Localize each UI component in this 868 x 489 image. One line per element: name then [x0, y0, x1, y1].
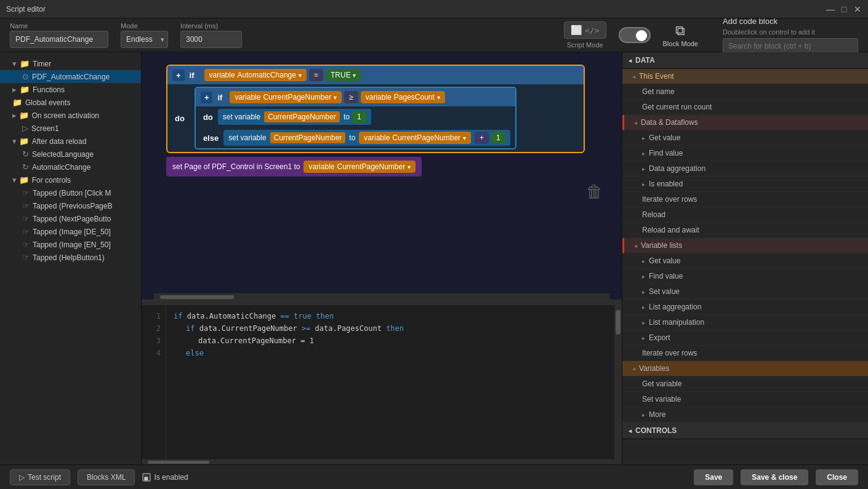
- save-close-button[interactable]: Save & close: [741, 469, 808, 485]
- mode-select[interactable]: Endless Once Loop: [121, 31, 168, 48]
- panel-item-reload-await[interactable]: Reload and await: [622, 223, 868, 238]
- dataflows-arrow: ◂: [634, 119, 637, 126]
- var-PagesCount[interactable]: variable PagesCount ▾: [361, 91, 445, 103]
- add-block-title: Add code block: [723, 17, 858, 26]
- eq-op[interactable]: =: [309, 69, 323, 81]
- code-space-2: data.CurrentPageNumber: [199, 324, 302, 333]
- bool-true[interactable]: TRUE ▾: [326, 69, 361, 81]
- panel-item-get-name[interactable]: Get name: [622, 84, 868, 100]
- functions-folder-icon: 📁: [20, 85, 30, 94]
- mode-toggle[interactable]: [619, 27, 651, 43]
- panel-item-list-manipulation[interactable]: ▸ List manipulation: [622, 315, 868, 330]
- is-enabled-checkbox-label[interactable]: ■ Is enabled: [142, 473, 188, 482]
- sidebar-item-for-controls[interactable]: ▾ 📁 For controls: [0, 173, 141, 186]
- iterate-rows-1-label: Iterate over rows: [642, 195, 697, 204]
- panel-item-get-variable[interactable]: Get variable: [622, 376, 868, 392]
- panel-item-data-dataflows[interactable]: ◂ Data & Dataflows: [622, 115, 868, 130]
- blocks-canvas: + if variable AutomaticChange ▾ = TRUE: [142, 52, 622, 300]
- sidebar-item-tapped-next[interactable]: ☞ Tapped (NextPageButto: [0, 212, 141, 225]
- panel-item-reload[interactable]: Reload: [622, 207, 868, 223]
- sidebar-item-tapped-de[interactable]: ☞ Tapped (Image [DE_50]: [0, 225, 141, 238]
- panel-item-is-enabled[interactable]: ▸ Is enabled: [622, 177, 868, 192]
- set-page-block[interactable]: set Page of PDF_Control in Screen1 to va…: [166, 157, 422, 177]
- section-header-data[interactable]: ◂ DATA: [622, 52, 868, 69]
- name-input[interactable]: [10, 31, 108, 48]
- test-script-button[interactable]: ▷ Test script: [10, 469, 70, 485]
- minimize-button[interactable]: —: [826, 5, 835, 14]
- sidebar-item-timer[interactable]: ▾ 📁 Timer: [0, 57, 141, 70]
- script-mode-button[interactable]: ⬜ </>: [564, 22, 606, 39]
- gte-op[interactable]: ≥: [344, 91, 358, 103]
- trash-icon[interactable]: 🗑: [586, 181, 603, 202]
- set-var-block-2[interactable]: set variable CurrentPageNumber to variab…: [223, 130, 510, 146]
- panel-item-find-value-2[interactable]: ▸ Find value: [622, 269, 868, 284]
- section-header-controls[interactable]: ◂ CONTROLS: [622, 423, 868, 439]
- num-1[interactable]: 1: [352, 111, 366, 123]
- sidebar-item-global-events[interactable]: 📁 Global events: [0, 96, 141, 109]
- num-2[interactable]: 1: [491, 132, 505, 144]
- set-page-label: set Page of PDF_Control in Screen1 to: [172, 162, 300, 171]
- folder-closed-icon: ▸: [12, 85, 17, 94]
- list-manipulation-label: List manipulation: [649, 318, 704, 327]
- sidebar-item-after-data-reload[interactable]: ▾ 📁 After data reload: [0, 135, 141, 148]
- sidebar-item-label-selected-lang: SelectedLanguage: [32, 150, 94, 159]
- code-content[interactable]: if data.AutomaticChange == true then if …: [166, 305, 614, 459]
- gv1-arrow: ▸: [642, 135, 645, 141]
- interval-input[interactable]: [180, 31, 242, 48]
- panel-item-get-run-count[interactable]: Get current run count: [622, 100, 868, 115]
- fv2-arrow: ▸: [642, 273, 645, 280]
- block-mode-group[interactable]: ⧉ Block Mode: [663, 23, 698, 47]
- panel-item-iterate-rows-2[interactable]: Iterate over rows: [622, 346, 868, 361]
- panel-item-export[interactable]: ▸ Export: [622, 330, 868, 346]
- sidebar-item-tapped-button[interactable]: ☞ Tapped (Button [Click M: [0, 186, 141, 199]
- sidebar-item-tapped-prev[interactable]: ☞ Tapped (PreviousPageB: [0, 199, 141, 212]
- is-enabled-checkbox[interactable]: ■: [142, 473, 151, 482]
- plus-if-outer[interactable]: +: [172, 70, 185, 81]
- var-arrow-1: ▾: [299, 72, 302, 79]
- canvas-hscroll[interactable]: [154, 293, 609, 300]
- sidebar-item-selected-language[interactable]: ↻ SelectedLanguage: [0, 148, 141, 161]
- set-var-block-1[interactable]: set variable CurrentPageNumber to 1: [218, 109, 371, 125]
- panel-item-find-value-1[interactable]: ▸ Find value: [622, 146, 868, 161]
- panel-item-variables[interactable]: ◂ Variables: [622, 361, 868, 376]
- panel-item-this-event[interactable]: ◂ This Event: [622, 69, 868, 84]
- toolbar: Name Mode Endless Once Loop Interval (ms…: [0, 18, 868, 52]
- panel-item-set-value[interactable]: ▸ Set value: [622, 284, 868, 300]
- plus-if-inner[interactable]: +: [201, 92, 213, 103]
- close-button[interactable]: ✕: [853, 5, 862, 14]
- add-block-search-input[interactable]: [723, 38, 858, 54]
- blocks-xml-button[interactable]: Blocks XML: [78, 469, 135, 485]
- sidebar-item-functions[interactable]: ▸ 📁 Functions: [0, 83, 141, 96]
- panel-item-data-aggregation[interactable]: ▸ Data aggregation: [622, 161, 868, 177]
- var-AutomaticChange[interactable]: variable AutomaticChange ▾: [204, 69, 307, 81]
- sidebar-item-tapped-help[interactable]: ☞ Tapped (HelpButton1): [0, 251, 141, 264]
- save-button[interactable]: Save: [694, 469, 733, 485]
- sidebar-item-pdf-autochange[interactable]: ⊙ PDF_AutomaticChange: [0, 70, 141, 83]
- panel-item-iterate-rows-1[interactable]: Iterate over rows: [622, 192, 868, 207]
- sidebar-item-on-screen-activation[interactable]: ▸ 📁 On screen activation: [0, 109, 141, 122]
- lm-arrow: ▸: [642, 319, 645, 326]
- panel-item-variable-lists[interactable]: ◂ Variable lists: [622, 238, 868, 253]
- toggle-knob: [636, 30, 647, 41]
- code-vscroll[interactable]: [614, 305, 622, 459]
- do-keyword-inner: do: [201, 113, 215, 122]
- sidebar-item-screen1[interactable]: ▷ Screen1: [0, 122, 141, 135]
- code-bottom-scroll[interactable]: [142, 459, 622, 464]
- var-CurrentPageNumber-2[interactable]: variable CurrentPageNumber ▾: [359, 132, 471, 144]
- sidebar-item-automatic-change[interactable]: ↻ AutomaticChange: [0, 161, 141, 173]
- close-button-footer[interactable]: Close: [816, 469, 858, 485]
- code-pages: data.PagesCount: [315, 324, 387, 333]
- code-hscroll-bar[interactable]: [142, 300, 622, 305]
- panel-item-more[interactable]: ▸ More: [622, 407, 868, 423]
- maximize-button[interactable]: □: [840, 5, 848, 14]
- set-value-label: Set value: [649, 287, 680, 296]
- panel-item-get-value-2[interactable]: ▸ Get value: [622, 253, 868, 269]
- reload-label: Reload: [642, 210, 665, 219]
- panel-item-get-value-1[interactable]: ▸ Get value: [622, 130, 868, 146]
- var-CurrentPageNumber-1[interactable]: variable CurrentPageNumber ▾: [230, 91, 342, 103]
- var-CurrentPageNumber-3[interactable]: variable CurrentPageNumber ▾: [303, 161, 416, 173]
- plus-op[interactable]: +: [475, 132, 489, 144]
- panel-item-set-variable[interactable]: Set variable: [622, 392, 868, 407]
- panel-item-list-aggregation[interactable]: ▸ List aggregation: [622, 300, 868, 315]
- sidebar-item-tapped-en[interactable]: ☞ Tapped (Image [EN_50]: [0, 238, 141, 251]
